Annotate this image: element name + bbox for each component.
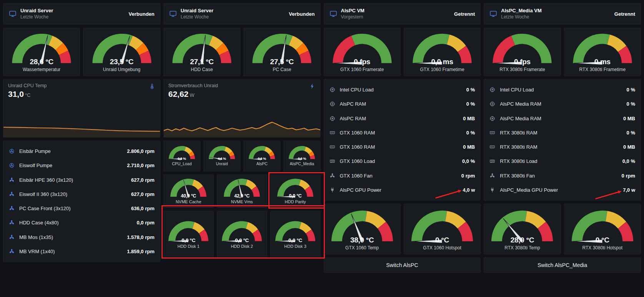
cpu-load-gauge: 0,9 %: [168, 145, 196, 160]
panel-pc-case: 27,5 °C PC Case: [243, 28, 320, 76]
alspc-media-load-gauge: 0,0 %: [288, 145, 316, 160]
thermometer-icon: [149, 83, 155, 90]
gauge-value: 0 fps: [490, 58, 554, 66]
connection-status: Verbunden: [129, 11, 155, 17]
nvme-cache-gauge: 40,9 °C: [169, 177, 208, 198]
fan-icon: [9, 220, 15, 226]
gpu-power-value-alspc: 4,0 w: [463, 187, 475, 193]
list-item: GTX 1060 RAM 0 %: [329, 130, 475, 136]
gauge-value: 28,0 °C: [489, 236, 556, 244]
nvme-vms-gauge: 42,9 °C: [222, 177, 261, 198]
list-item: AlsPC RAM 0 MB: [329, 116, 475, 121]
panel-unraid-load: 4,6 % Unraid: [203, 141, 240, 171]
panel-header-alspc: AlsPC VM Vorgestern Getrennt: [324, 3, 481, 25]
panel-hdd-parity: 0,0 °C HDD Parity: [270, 174, 321, 208]
panel-nvme-cache: 40,9 °C NVME Cache: [163, 174, 214, 208]
pump-icon: [9, 163, 15, 168]
hdd-case-gauge: 27,1 °C: [170, 31, 234, 66]
cpu-icon: [489, 87, 495, 93]
panel-hdd-case: 27,1 °C HDD Case: [163, 28, 240, 76]
panel-rtx-framerate: 0 fps RTX 3080ti Framerate: [484, 28, 561, 76]
connection-status: Verbunden: [289, 11, 315, 17]
panel-unraid-cpu-temp: Unraid CPU Temp 31,0°C: [3, 79, 160, 138]
panel-header-unraid-1: Unraid Server Letzte Woche Verbunden: [3, 3, 160, 25]
rtx-hotspot-gauge: 0 °C: [569, 208, 636, 244]
gtx-temp-gauge: 38,0 °C: [329, 208, 396, 244]
panel-nvme-vms: 42,9 °C NVME Vms: [217, 174, 267, 208]
gauge-label: RTX 3080ti Temp: [504, 245, 540, 251]
server-title: Unraid Server: [20, 8, 53, 14]
list-item: Eisbär Pumpe 2.806,0 rpm: [9, 148, 155, 154]
gauge-label: HDD Case: [191, 67, 213, 72]
list-item: RTX 3080ti RAM 0 MB: [489, 144, 635, 150]
fan-icon: [9, 177, 15, 183]
connection-status: Getrennt: [454, 11, 475, 17]
panel-hdd-disk-3: 0,0 °C HDD Disk 3: [270, 211, 321, 258]
rtx-temp-gauge: 28,0 °C: [489, 208, 556, 244]
gauge-value: 0,9 %: [168, 157, 196, 161]
gauge-label: Unraid Umgebung: [103, 67, 140, 72]
gauge-label: NVME Vms: [231, 199, 253, 204]
alspc-load-gauge: 0,0 %: [248, 145, 276, 160]
switch-alspc-media-button[interactable]: Switch AlsPC_Media: [484, 257, 641, 273]
power-icon: [329, 187, 335, 193]
dashboard-grid: Unraid Server Letzte Woche Verbunden 28,…: [0, 0, 644, 297]
gauge-value: 0 °C: [569, 236, 636, 244]
list-item: MB VRM (1x40) 1.859,0 rpm: [9, 249, 155, 254]
connection-status: Getrennt: [614, 11, 635, 17]
gauge-value: 0,0 %: [288, 157, 316, 161]
fan-icon: [329, 173, 335, 179]
server-title: AlsPC VM: [341, 8, 364, 14]
fan-icon: [9, 249, 15, 254]
panel-gtx-hotspot: 0 °C GTX 1060 Hotspot: [404, 204, 481, 254]
hdd-disk-2-gauge: 0,0 °C: [220, 219, 264, 243]
hdd-parity-gauge: 0,0 °C: [276, 177, 315, 198]
gauge-value: 23,5 °C: [90, 58, 154, 66]
gauge-label: HDD Disk 2: [231, 244, 253, 249]
fan-icon: [9, 191, 15, 197]
list-item: HDD Case (4x80) 0,0 rpm: [9, 220, 155, 226]
gtx-framerate-gauge: 0 fps: [330, 31, 394, 66]
panel-header-alspc-media: AlsPC_Media VM Letzte Woche Getrennt: [484, 3, 641, 25]
unraid-load-gauge: 4,6 %: [208, 145, 236, 160]
gauge-label: GTX 1060 Framerate: [340, 67, 384, 72]
gauge-value: 4,6 %: [208, 157, 236, 161]
panel-hdd-disk-1: 0,0 °C HDD Disk 1: [163, 211, 214, 258]
list-item: Eiswolf II 360 (3x120) 627,0 rpm: [9, 191, 155, 197]
switch-alspc-button[interactable]: Switch AlsPC: [324, 257, 481, 273]
gauge-label: Wassertemperatur: [23, 67, 60, 72]
gauge-value: 0,0 °C: [273, 237, 317, 243]
chart-title: Stromverbrauch Unraid: [168, 83, 218, 88]
monitor-icon: [329, 10, 337, 18]
chart-value: 62,62W: [168, 90, 218, 99]
gauge-value: 0,0 °C: [276, 193, 315, 199]
gauge-value: 38,0 °C: [329, 236, 396, 244]
server-title: Unraid Server: [181, 8, 213, 14]
gpu-ram-icon: [489, 130, 495, 136]
gauge-value: 0,0 °C: [220, 237, 264, 243]
list-item: PC Case Front (3x120) 636,0 rpm: [9, 206, 155, 211]
list-item: MB Mos (1x35) 1.578,0 rpm: [9, 234, 155, 240]
gauge-label: HDD Parity: [285, 199, 306, 204]
gauge-value: 0 fps: [330, 58, 394, 66]
monitor-icon: [9, 10, 17, 18]
gauge-label: GTX 1060 Temp: [345, 245, 379, 251]
list-item: AlsPC RAM 0 %: [329, 101, 475, 107]
list-item: Eiswolf Pumpe 2.710,0 rpm: [9, 163, 155, 168]
panel-cpu-load: 0,9 % CPU_Load: [163, 141, 200, 171]
fan-icon: [9, 234, 15, 240]
time-range: Vorgestern: [341, 14, 364, 20]
bolt-icon: [309, 83, 316, 90]
gauge-label: RTX 3080ti Hotspot: [582, 245, 623, 251]
list-item: Intel CPU Load 0 %: [329, 87, 475, 93]
chart-value: 31,0°C: [8, 90, 47, 99]
hdd-disk-3-gauge: 0,0 °C: [273, 219, 317, 243]
gpu-icon: [489, 158, 495, 164]
monitor-icon: [169, 10, 177, 18]
column-unraid-temps: Unraid Server Letzte Woche Verbunden 28,…: [3, 3, 160, 294]
panel-gtx-framerate: 0 fps GTX 1060 Framerate: [324, 28, 401, 76]
power-sparkline: [164, 117, 320, 137]
ram-icon: [489, 101, 495, 107]
server-title: AlsPC_Media VM: [501, 8, 541, 14]
panel-header-unraid-2: Unraid Server Letzte Woche Verbunden: [163, 3, 321, 25]
